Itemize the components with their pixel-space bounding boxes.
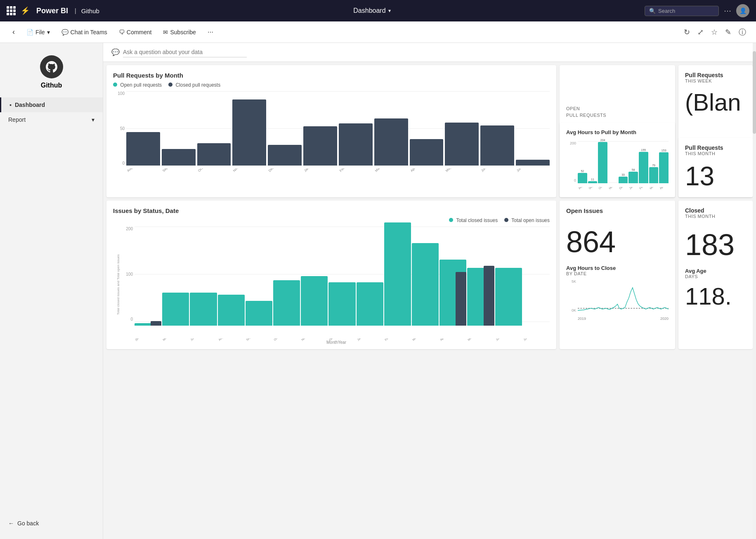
issues-legend: Total closed issues Total open issues xyxy=(113,217,550,223)
pr-month-subtitle: THIS MONTH xyxy=(685,151,746,156)
bar-group-oct xyxy=(197,143,231,165)
more-options-icon[interactable]: ⋯ xyxy=(724,6,731,15)
qa-input[interactable] xyxy=(123,47,247,57)
xl-nov18: Nov-2018 xyxy=(301,338,328,342)
xl-oct18: Oct-2018 xyxy=(273,338,300,342)
toolbar-more-button[interactable]: ⋯ xyxy=(203,26,217,38)
bar-group-jul xyxy=(516,160,550,165)
pr-y-axis: 100 50 0 xyxy=(113,91,125,165)
info-icon[interactable]: ⓘ xyxy=(737,26,748,39)
avg-bar-apr-bar xyxy=(659,152,669,183)
issues-legend-closed: Total closed issues xyxy=(449,217,498,223)
xl-may19: May-2019 xyxy=(467,338,494,342)
edit-icon[interactable]: ✎ xyxy=(723,26,733,38)
bar-group-feb xyxy=(339,123,373,165)
legend-open-dot xyxy=(113,83,117,87)
dashboard-title[interactable]: Dashboard ▾ xyxy=(353,7,390,14)
bar-jan xyxy=(303,126,337,165)
sidebar-go-back[interactable]: ← Go back xyxy=(0,516,103,531)
x-label-apr: Apr-2020 xyxy=(410,168,444,174)
chat-teams-button[interactable]: 💬 Chat in Teams xyxy=(57,26,111,38)
bar-group-apr xyxy=(410,139,444,165)
topbar: ⚡ Power BI | Github Dashboard ▾ 🔍 Search… xyxy=(0,0,756,21)
comment-label: Comment xyxy=(127,29,152,35)
scrollbar-thumb[interactable] xyxy=(753,51,756,134)
favorite-icon[interactable]: ☆ xyxy=(709,26,719,38)
avg-bar-mar: 79 xyxy=(649,164,659,183)
issues-chart-card: Issues by Status, Date Total closed issu… xyxy=(106,201,556,349)
qa-icon: 💬 xyxy=(111,48,120,56)
comment-button[interactable]: 🗨 Comment xyxy=(115,26,156,38)
issues-chart-inner: 200 100 0 xyxy=(123,227,550,342)
topbar-center: Dashboard ▾ xyxy=(104,7,640,14)
github-label: Github xyxy=(81,7,99,14)
subscribe-button[interactable]: ✉ Subscribe xyxy=(159,26,200,38)
waffle-menu[interactable] xyxy=(7,6,16,15)
file-icon: 📄 xyxy=(26,29,33,35)
x-label-nov: Nov-2019 xyxy=(232,168,266,174)
avg-bar-oct-bar xyxy=(598,142,607,183)
file-chevron: ▾ xyxy=(47,29,50,35)
pr-month-value: 13 xyxy=(685,162,746,191)
sidebar-item-dashboard[interactable]: ▪ Dashboard xyxy=(0,97,103,112)
avg-hours-pull-title: Avg Hours to Pull by Month xyxy=(566,129,669,135)
xl-may18: May-2018 xyxy=(162,338,189,342)
closed-this-month-card: Closed THIS MONTH 183 Avg Age DAYS 118. xyxy=(678,201,753,349)
legend-open-label: Open pull requests xyxy=(120,82,162,88)
x-label-dec: Dec-2019 xyxy=(268,168,302,174)
bar-feb xyxy=(339,123,373,165)
issues-bar-may19-open xyxy=(484,266,494,326)
dashboard-grid: Pull Requests by Month Open pull request… xyxy=(103,62,756,352)
issues-bar-jun19 xyxy=(495,268,522,326)
avg-bar-jan-bar xyxy=(628,172,638,183)
search-box[interactable]: 🔍 Search xyxy=(645,6,719,16)
avg-bar-dec-bar xyxy=(619,177,628,183)
sidebar-item-report[interactable]: Report ▾ xyxy=(0,112,103,127)
avg-x-labels: Aug-2019 Sep-2019 Oct-2019 Nov-2019 Dec-… xyxy=(578,187,669,191)
open-pr-subtitle: Open xyxy=(566,106,669,111)
avg-bar-feb-bar xyxy=(639,152,648,183)
xl-jan19: Jan-2019 xyxy=(357,338,383,342)
avg-hours-close-chart: 5K 0K 2019 2020 xyxy=(566,279,669,321)
avg-close-svg xyxy=(578,279,669,312)
refresh-icon[interactable]: ↻ xyxy=(682,26,692,38)
avg-hours-chart-area: 200 0 52 11 xyxy=(566,141,669,191)
github-avatar-icon xyxy=(40,55,63,78)
second-toolbar: ‹ 📄 File ▾ 💬 Chat in Teams 🗨 Comment ✉ S… xyxy=(0,21,756,43)
x-label-feb: Feb-2020 xyxy=(339,168,373,174)
pr-this-month-card: Pull Requests THIS MONTH 13 xyxy=(678,138,753,197)
expand-icon[interactable]: ⤢ xyxy=(696,26,705,38)
x-label-oct: Oct-2019 xyxy=(197,168,231,174)
xl-mar19: Mar-2019 xyxy=(412,338,439,342)
issues-bar-sep18 xyxy=(246,301,272,326)
pr-month-title: Pull Requests xyxy=(685,144,746,151)
legend-closed-issues-label: Total closed issues xyxy=(456,217,498,223)
issues-y-axis-label: Total closed issues and Total open issue… xyxy=(113,227,123,342)
avg-age-value: 118. xyxy=(685,283,746,310)
avg-bar-feb: 155 xyxy=(639,149,648,183)
bar-oct xyxy=(197,143,231,165)
legend-closed-dot xyxy=(168,83,172,87)
avg-bar-aug: 52 xyxy=(578,170,587,183)
closed-month-title: Closed xyxy=(685,207,746,214)
xl-blank: (Blank) xyxy=(135,338,161,342)
chat-label: Chat in Teams xyxy=(71,29,107,35)
user-avatar[interactable]: 👤 xyxy=(736,4,749,17)
issues-bar-feb19 xyxy=(384,222,411,326)
avg-hours-bars: 52 11 204 xyxy=(578,141,669,183)
dashboard-icon: ▪ xyxy=(9,102,12,108)
toolbar-right-actions: ↻ ⤢ ☆ ✎ ⓘ xyxy=(682,26,748,39)
xl-sep18: Sep-2018 xyxy=(246,338,272,342)
go-back-arrow-icon: ← xyxy=(8,520,14,527)
bar-nov xyxy=(232,99,266,165)
bar-group-nov xyxy=(232,99,266,165)
issues-chart-wrapper: Total closed issues and Total open issue… xyxy=(113,227,550,342)
main-content: 💬 Pull Requests by Month Open pull reque… xyxy=(103,43,756,539)
file-button[interactable]: 📄 File ▾ xyxy=(22,26,54,38)
sidebar-appname: Github xyxy=(41,82,62,89)
collapse-sidebar-button[interactable]: ‹ xyxy=(8,25,19,39)
avg-hours-close-title: Avg Hours to Close xyxy=(566,265,669,271)
bar-sep xyxy=(162,149,196,165)
legend-closed-issues-dot xyxy=(449,218,453,222)
issues-bar-nov18 xyxy=(301,276,328,326)
